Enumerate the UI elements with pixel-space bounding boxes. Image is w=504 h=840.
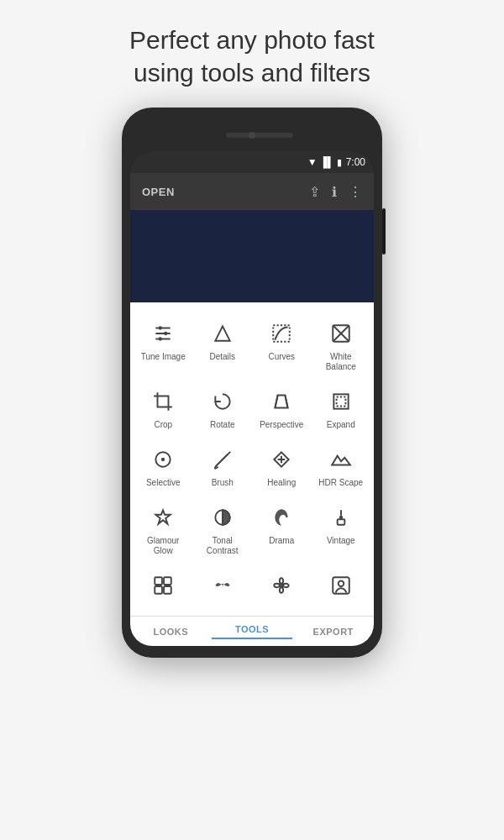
selective-icon (149, 445, 177, 474)
tool-glamour-glow[interactable]: Glamour Glow (134, 495, 193, 563)
svg-point-34 (339, 581, 344, 587)
svg-rect-25 (164, 577, 171, 585)
status-time: 7:00 (346, 156, 365, 168)
photo-preview (130, 210, 374, 302)
tool-row5-1[interactable] (134, 563, 193, 611)
portrait-icon (327, 571, 355, 600)
svg-rect-24 (155, 577, 163, 585)
perspective-icon (267, 387, 296, 416)
curves-icon (267, 319, 296, 348)
glamour-glow-label: Glamour Glow (137, 536, 190, 556)
svg-marker-6 (215, 326, 229, 340)
tab-export[interactable]: EXPORT (292, 627, 374, 637)
svg-rect-27 (164, 586, 171, 594)
svg-point-29 (280, 578, 283, 584)
tool-vintage[interactable]: Vintage (312, 495, 371, 563)
toolbar-icons: ⇪ ℹ ⋮ (309, 184, 362, 200)
white-balance-label: White Balance (315, 352, 368, 372)
svg-point-30 (280, 587, 283, 593)
phone-shell: ▼ ▐▌ ▮ 7:00 OPEN ⇪ ℹ ⋮ (122, 108, 382, 658)
tool-row5-3[interactable] (252, 563, 312, 611)
svg-line-11 (286, 395, 288, 407)
mustache-icon (208, 571, 237, 600)
tool-curves[interactable]: Curves (252, 311, 312, 379)
curves-label: Curves (268, 352, 295, 362)
selective-label: Selective (146, 478, 181, 488)
svg-rect-26 (155, 586, 163, 594)
vintage-icon (327, 503, 355, 532)
brush-label: Brush (212, 478, 234, 488)
looks-grid-icon (149, 571, 177, 600)
svg-rect-13 (336, 397, 345, 407)
rotate-label: Rotate (210, 420, 234, 430)
svg-point-32 (283, 584, 289, 587)
tool-expand[interactable]: Expand (312, 379, 371, 437)
tool-row5-2[interactable] (193, 563, 253, 611)
tab-looks[interactable]: LOOKS (130, 627, 212, 637)
tools-panel: Tune Image Details Curves (130, 302, 374, 616)
expand-label: Expand (327, 420, 355, 430)
vintage-label: Vintage (327, 536, 355, 546)
tool-brush[interactable]: Brush (193, 437, 253, 495)
power-button (382, 208, 386, 255)
svg-marker-19 (156, 510, 171, 523)
share-icon[interactable]: ⇪ (309, 184, 320, 200)
tune-image-icon (149, 319, 177, 348)
tool-selective[interactable]: Selective (134, 437, 193, 495)
battery-icon: ▮ (337, 157, 342, 168)
drama-icon (267, 503, 296, 532)
svg-rect-23 (337, 519, 344, 525)
tab-tools[interactable]: TOOLS (212, 624, 293, 639)
white-balance-icon (327, 319, 355, 348)
svg-point-5 (159, 337, 162, 340)
open-button[interactable]: OPEN (142, 186, 301, 198)
svg-point-15 (161, 458, 165, 461)
rotate-icon (208, 387, 237, 416)
svg-point-4 (164, 332, 167, 335)
tool-crop[interactable]: Crop (134, 379, 193, 437)
hdr-scape-label: HDR Scape (318, 478, 363, 488)
drama-label: Drama (269, 536, 294, 546)
healing-label: Healing (267, 478, 296, 488)
tool-rotate[interactable]: Rotate (193, 379, 253, 437)
app-toolbar: OPEN ⇪ ℹ ⋮ (130, 173, 374, 210)
details-icon (208, 319, 237, 348)
svg-line-10 (276, 395, 278, 407)
svg-rect-33 (333, 577, 349, 594)
info-icon[interactable]: ℹ (332, 184, 337, 200)
tool-perspective[interactable]: Perspective (252, 379, 312, 437)
svg-point-31 (275, 584, 281, 587)
hdr-scape-icon (327, 445, 355, 474)
signal-icon: ▐▌ (320, 156, 334, 168)
tools-grid: Tune Image Details Curves (134, 311, 370, 611)
perspective-label: Perspective (260, 420, 303, 430)
tool-healing[interactable]: Healing (252, 437, 312, 495)
crop-icon (149, 387, 177, 416)
brush-icon (208, 445, 237, 474)
bottom-tabs: LOOKS TOOLS EXPORT (130, 616, 374, 646)
expand-icon (327, 387, 355, 416)
phone-top-bezel (130, 119, 374, 151)
speaker-icon (226, 133, 293, 138)
wifi-icon: ▼ (307, 156, 318, 168)
status-bar: ▼ ▐▌ ▮ 7:00 (130, 151, 374, 173)
tool-details[interactable]: Details (193, 311, 253, 379)
tool-tonal-contrast[interactable]: Tonal Contrast (193, 495, 253, 563)
tool-hdr-scape[interactable]: HDR Scape (312, 437, 371, 495)
flower-icon (267, 571, 296, 600)
healing-icon (267, 445, 296, 474)
tool-tune-image[interactable]: Tune Image (134, 311, 193, 379)
tool-drama[interactable]: Drama (252, 495, 312, 563)
tonal-contrast-icon (208, 503, 237, 532)
glamour-glow-icon (149, 503, 177, 532)
tool-white-balance[interactable]: White Balance (312, 311, 371, 379)
tonal-contrast-label: Tonal Contrast (197, 536, 249, 556)
more-icon[interactable]: ⋮ (349, 184, 362, 200)
camera-icon (249, 132, 255, 139)
details-label: Details (209, 352, 235, 362)
svg-marker-18 (332, 456, 350, 465)
crop-label: Crop (154, 420, 172, 430)
tool-row5-4[interactable] (312, 563, 371, 611)
tune-image-label: Tune Image (141, 352, 186, 362)
headline: Perfect any photo fast using tools and f… (96, 24, 408, 89)
